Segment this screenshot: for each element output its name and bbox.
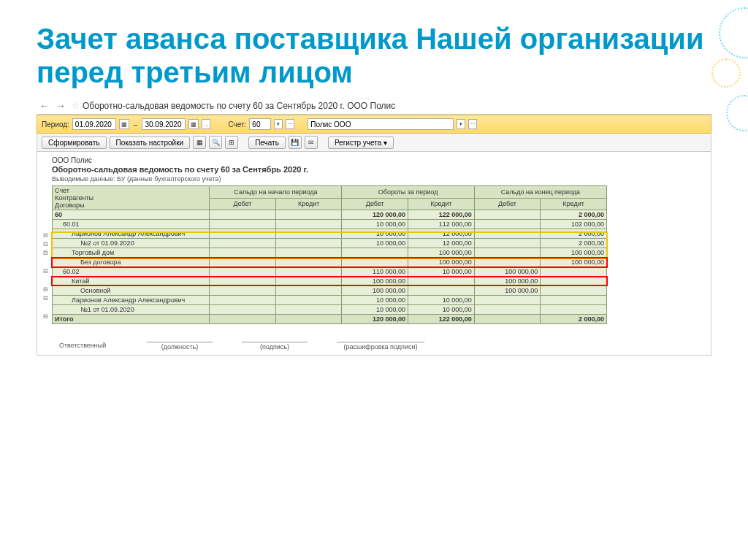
report-subtitle: Выводимые данные: БУ (данные бухгалтерск…	[52, 175, 708, 185]
col-account: Счет	[55, 187, 207, 194]
window-title: Оборотно-сальдовая ведомость по счету 60…	[83, 101, 395, 111]
register-button[interactable]: Регистр учета ▾	[328, 137, 394, 149]
date-dash: –	[132, 120, 140, 129]
table-row[interactable]: Китай100 000,00100 000,00	[53, 277, 607, 286]
signature-line: Ответственный (должность) (подпись) (рас…	[52, 342, 708, 350]
col-group-opening: Сальдо на начало периода	[210, 186, 342, 199]
col-debit: Дебет	[210, 198, 276, 210]
table-row[interactable]: Ларионов Александр Александрович10 000,0…	[53, 229, 607, 239]
date-to-input[interactable]	[142, 118, 186, 130]
table-row[interactable]: 60.0110 000,00112 000,00102 000,00	[53, 220, 607, 229]
total-row: Итого 120 000,00 122 000,00 2 000,00	[53, 315, 607, 324]
settings-button[interactable]: Показать настройки	[110, 137, 191, 149]
grid-icon[interactable]: ▦	[193, 136, 206, 149]
app-header: ← → ☆ Оборотно-сальдовая ведомость по сч…	[37, 98, 711, 115]
col-group-closing: Сальдо на конец периода	[474, 186, 606, 199]
signature-placeholder: (подпись)	[242, 342, 308, 350]
tree-toggle-icon[interactable]: ⊟	[40, 312, 50, 321]
period-label: Период:	[42, 120, 69, 129]
table-row[interactable]: 60120 000,00122 000,002 000,00	[53, 210, 607, 220]
search-icon[interactable]: 🔍	[209, 136, 222, 149]
table-row[interactable]: Ларионов Александр Александрович10 000,0…	[53, 296, 607, 305]
calendar-to-icon[interactable]: ▦	[188, 119, 199, 129]
table-row[interactable]: №2 от 01.09.202010 000,0012 000,002 000,…	[53, 239, 607, 248]
col-debit: Дебет	[474, 198, 541, 210]
back-arrow-icon[interactable]: ←	[37, 100, 53, 112]
org-input[interactable]	[308, 118, 454, 130]
table-row[interactable]: Без договора100 000,00100 000,00	[53, 258, 607, 267]
table-row[interactable]: №1 от 01.09.202010 000,0010 000,00	[53, 305, 607, 315]
org-dropdown-icon[interactable]: ▾	[457, 119, 465, 129]
col-credit: Кредит	[408, 198, 475, 210]
account-select-icon[interactable]: ⋯	[286, 119, 294, 129]
action-toolbar: Сформировать Показать настройки ▦ 🔍 ⊞ Пе…	[37, 134, 711, 152]
table-row[interactable]: Торговый дом100 000,00100 000,00	[53, 248, 607, 258]
print-button[interactable]: Печать	[248, 137, 286, 149]
table-row[interactable]: Основной100 000,00100 000,00	[53, 286, 607, 296]
account-dropdown-icon[interactable]: ▾	[274, 119, 283, 129]
report-org: ООО Полис	[52, 156, 708, 165]
balance-table: Счет Контрагенты Договоры Сальдо на нача…	[52, 185, 607, 324]
forward-arrow-icon[interactable]: →	[53, 100, 69, 112]
table-row[interactable]: 60.02110 000,0010 000,00100 000,00	[53, 267, 607, 277]
col-credit: Кредит	[275, 198, 342, 210]
col-debit: Дебет	[342, 198, 408, 210]
tree-toggle-icon[interactable]: ⊟	[40, 231, 50, 240]
tree-toggle-column: ⊟ ⊟ ⊟ ⊟ ⊟ ⊟ ⊟	[40, 204, 50, 330]
form-button[interactable]: Сформировать	[42, 137, 107, 149]
decode-placeholder: (расшифровка подписи)	[337, 342, 424, 350]
col-contract: Договоры	[55, 202, 207, 209]
org-select-icon[interactable]: ⋯	[468, 119, 477, 129]
slide-title: Зачет аванса поставщика Нашей организаци…	[37, 22, 711, 89]
responsible-label: Ответственный	[59, 342, 118, 350]
period-picker-button[interactable]: ...	[202, 119, 210, 129]
period-toolbar: Период: ▦ – ▦ ... Счет: ▾ ⋯ ▾ ⋯	[37, 115, 711, 134]
tree-toggle-icon[interactable]: ⊟	[40, 285, 50, 294]
tree-toggle-icon[interactable]: ⊟	[40, 240, 50, 249]
account-label: Счет:	[228, 120, 246, 129]
tree-toggle-icon[interactable]: ⊟	[40, 267, 50, 276]
star-icon[interactable]: ☆	[72, 101, 80, 111]
report-title: Оборотно-сальдовая ведомость по счету 60…	[52, 165, 708, 175]
col-group-turnover: Обороты за период	[342, 186, 474, 199]
report-area: ООО Полис Оборотно-сальдовая ведомость п…	[37, 152, 711, 356]
save-icon[interactable]: 💾	[289, 136, 302, 149]
view-icon[interactable]: ⊞	[225, 136, 238, 149]
mail-icon[interactable]: ✉	[305, 136, 318, 149]
position-placeholder: (должность)	[147, 342, 213, 350]
calendar-from-icon[interactable]: ▦	[119, 119, 129, 129]
date-from-input[interactable]	[72, 118, 116, 130]
tree-toggle-icon[interactable]: ⊟	[40, 294, 50, 303]
tree-toggle-icon[interactable]: ⊟	[40, 249, 50, 258]
account-input[interactable]	[249, 118, 271, 130]
col-counterparty: Контрагенты	[55, 194, 207, 202]
col-credit: Кредит	[541, 198, 607, 210]
